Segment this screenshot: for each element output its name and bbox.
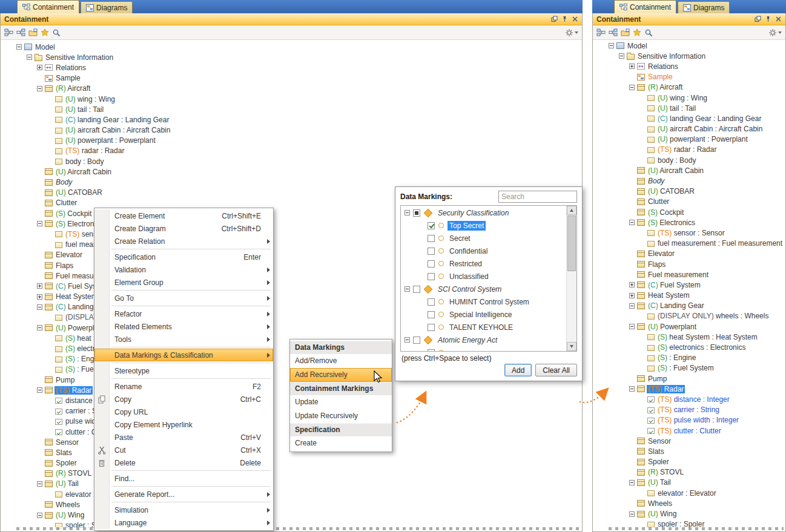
tree-node[interactable]: (U) Wing (45, 511, 85, 519)
scroll-down-icon[interactable] (567, 342, 576, 351)
menu-item-create-diagram[interactable]: Create DiagramCtrl+Shift+D (94, 222, 273, 235)
tree-row[interactable]: (TS) radar : Radar (1, 146, 582, 156)
tree-node[interactable]: Sample (637, 73, 674, 81)
marking-row-restricted[interactable]: Restricted (401, 257, 567, 270)
checkbox-unchecked[interactable] (428, 248, 435, 255)
expander-minus-icon[interactable] (16, 42, 24, 52)
marking-row-confidential[interactable]: Confidential (401, 245, 567, 257)
tree-node[interactable]: (R) Aircraft (637, 83, 684, 91)
tree-row[interactable]: (U) tail : Tail (1, 104, 582, 114)
tree-row[interactable]: body : Body (1, 156, 582, 166)
pin-icon[interactable] (765, 16, 771, 22)
tree-node[interactable]: Body (637, 177, 665, 185)
expander-minus-icon[interactable] (37, 479, 45, 489)
add-button[interactable]: Add (504, 364, 532, 376)
menu-item-element-group[interactable]: Element Group (94, 276, 273, 289)
tree-node[interactable]: Flaps (637, 260, 667, 269)
tree-row[interactable]: Pump (593, 373, 785, 384)
expander-plus-icon[interactable] (629, 61, 637, 71)
menu-item-cut[interactable]: CutCtrl+X (94, 444, 273, 456)
marking-row-top-secret[interactable]: Top Secret (401, 219, 567, 232)
options-gear-icon[interactable] (768, 28, 782, 37)
tree-node[interactable]: (U) wing : Wing (647, 94, 708, 102)
expander-minus-icon[interactable] (609, 41, 616, 51)
tree-node[interactable]: (S) electronics : Electronics (647, 343, 747, 352)
tree-row[interactable]: Elevator (593, 249, 785, 259)
tree-row[interactable]: (R) Aircraft (593, 82, 785, 93)
tree-row[interactable]: Flaps (593, 259, 785, 269)
search-icon[interactable] (52, 28, 61, 37)
tab-diagrams[interactable]: Diagrams (81, 1, 133, 13)
tree-node[interactable]: Sensor (45, 438, 80, 447)
tree-node[interactable]: Pump (637, 375, 668, 383)
tree-row[interactable]: fuel measurement : Fuel measurement (593, 238, 785, 249)
open-diagram-icon[interactable] (28, 28, 38, 36)
search-icon[interactable] (644, 28, 653, 37)
tree-node[interactable]: (TS) Radar (637, 385, 685, 393)
tree-row[interactable]: (S) heat System : Heat System (593, 332, 785, 342)
tree-row[interactable]: Model (593, 41, 785, 51)
tree-row[interactable]: (TS) clutter : Clutter (593, 425, 785, 436)
marking-row-special-intelligence[interactable]: Special Intelligence (401, 308, 567, 321)
tree-node[interactable]: (S) Cockpit (637, 208, 685, 217)
menu-item-related-elements[interactable]: Related Elements (94, 320, 273, 333)
checkbox-unchecked[interactable] (428, 349, 435, 352)
tree-node[interactable]: (U) Tail (637, 478, 672, 487)
tree-node[interactable]: (U) Tail (45, 479, 80, 488)
tree-node[interactable]: (S) : Engine (647, 353, 697, 362)
menu-item-copy-element-hyperlink[interactable]: Copy Element Hyperlink (94, 418, 273, 431)
tree-row[interactable]: (C) landing Gear : Landing Gear (1, 114, 582, 125)
scroll-thumb[interactable] (567, 215, 576, 271)
menu-item-create-element[interactable]: Create ElementCtrl+Shift+E (94, 209, 273, 222)
menu-item-validation[interactable]: Validation (94, 263, 273, 276)
menu-item-rename[interactable]: RenameF2 (94, 380, 273, 393)
marking-row-partial[interactable] (401, 346, 567, 351)
tree-row[interactable]: Sensor (593, 436, 785, 446)
expander-minus-icon[interactable] (27, 52, 35, 62)
pin-icon[interactable] (561, 16, 568, 22)
tree-node[interactable]: Slats (45, 448, 73, 457)
tree-node[interactable]: Spoler (637, 458, 670, 466)
menu-item-simulation[interactable]: Simulation (94, 504, 273, 516)
tree-row[interactable]: (C) Landing Gear (593, 301, 785, 311)
tree-node[interactable]: (U) powerplant : Powerplant (55, 136, 157, 145)
tree-node[interactable]: Clutter (45, 199, 78, 207)
tree-row[interactable]: Spoler (593, 457, 785, 467)
tree-node[interactable]: (U) wing : Wing (55, 95, 116, 103)
marking-row-security-classification[interactable]: Security Classification (401, 206, 567, 219)
tree-node[interactable]: (C) Landing Gear (637, 301, 705, 310)
tree-row[interactable]: (U) Tail (593, 478, 785, 488)
tree-row[interactable]: Sample (1, 73, 582, 84)
menu-item-copy-url[interactable]: Copy URL (94, 406, 273, 418)
tree-row[interactable]: (C) landing Gear : Landing Gear (593, 113, 785, 123)
tree-node[interactable]: (TS) Radar (45, 386, 93, 395)
tree-node[interactable]: Relations (637, 62, 679, 71)
tree-node[interactable]: (TS) radar : Radar (647, 145, 718, 154)
tree-node[interactable]: (DISPLAY ONLY) wheels : Wheels (647, 312, 770, 320)
tree-node[interactable]: (TS) distance : Integer (647, 395, 731, 404)
scroll-up-icon[interactable] (567, 206, 576, 215)
submenu-item-update[interactable]: Update (290, 395, 392, 409)
tree-node[interactable]: (U) aircraft Cabin : Aircraft Cabin (647, 125, 764, 133)
menu-item-delete[interactable]: DeleteDelete (94, 456, 273, 469)
expander-minus-icon[interactable] (405, 284, 413, 294)
marking-row-secret[interactable]: Secret (401, 232, 567, 245)
tree-row[interactable]: (U) aircraft Cabin : Aircraft Cabin (593, 124, 785, 134)
tree-row[interactable]: (R) STOVL (593, 467, 785, 478)
tree-node[interactable]: fuel measurement : Fuel measurement (647, 239, 784, 248)
tab-containment[interactable]: Containment (614, 0, 676, 13)
tree-row[interactable]: (U) Tail (1, 479, 582, 489)
tree-node[interactable]: Elevator (637, 249, 676, 258)
tree-row[interactable]: Clutter (593, 197, 785, 207)
tree-node[interactable]: Flaps (45, 261, 74, 270)
expand-tree-icon[interactable] (596, 28, 606, 36)
tree-node[interactable]: (U) Aircraft Cabin (637, 166, 705, 175)
tree-node[interactable]: (TS) radar : Radar (55, 146, 125, 155)
tree-node[interactable]: Slats (637, 447, 665, 456)
tree-node[interactable]: Sensitive Information (627, 52, 707, 61)
checkbox-unchecked[interactable] (428, 324, 435, 331)
tree-row[interactable]: (TS) radar : Radar (593, 145, 785, 155)
tree-node[interactable]: Body (45, 178, 73, 186)
expander-minus-icon[interactable] (629, 217, 637, 228)
expander-plus-icon[interactable] (37, 281, 45, 291)
